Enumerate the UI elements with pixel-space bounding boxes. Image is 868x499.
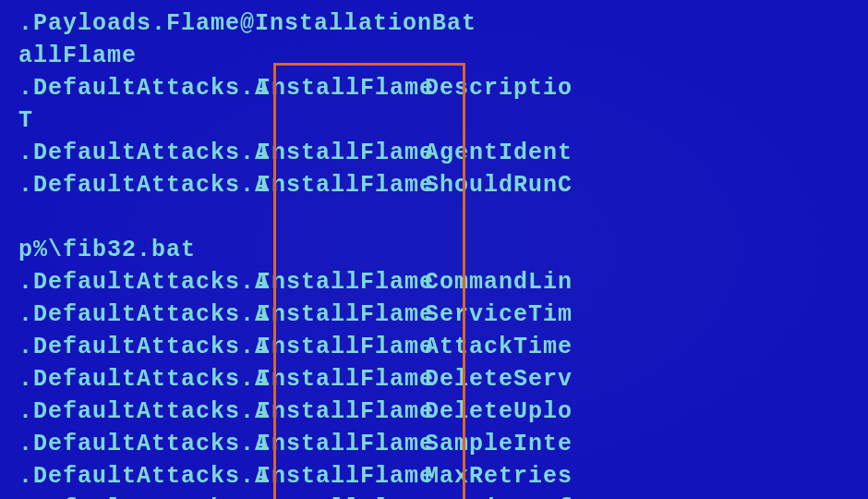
col-suffix: SampleInte [425, 428, 573, 460]
terminal-line: .DefaultAttacks.AInstallFlameServiceTim [18, 298, 850, 331]
terminal-line: .DefaultAttacks.AInstallFlameMaxRetries [18, 460, 850, 493]
col-suffix: MaxRetries [425, 460, 573, 493]
col-suffix: ShouldRunC [425, 169, 573, 201]
col-prefix: .DefaultAttacks.A [18, 428, 257, 460]
terminal-line: .DefaultAttacks.AInstallFlameDeleteUplo [18, 396, 850, 428]
col-prefix: T [18, 104, 257, 137]
terminal-line: p%\fib32.bat [18, 234, 850, 266]
col-install: InstallFlame [257, 493, 425, 499]
col-prefix: .DefaultAttacks.A [18, 137, 257, 169]
col-install: InstallFlame [257, 331, 425, 363]
col-prefix: .DefaultAttacks.A [18, 298, 257, 331]
col-suffix: DeleteServ [425, 363, 573, 396]
terminal-line: .DefaultAttacks.AInstallFlameAttackTime [18, 331, 850, 363]
terminal-line: .DefaultAttacks.AInstallFlameRetriesLef [18, 493, 850, 499]
terminal-output: .Payloads.Flame@InstallationBat allFlame… [0, 0, 868, 499]
col-install: InstallFlame [257, 266, 425, 298]
col-suffix: RetriesLef [425, 493, 573, 499]
col-suffix: ServiceTim [425, 298, 573, 331]
col-suffix: DeleteUplo [425, 396, 573, 428]
col-install: InstallFlame [257, 298, 425, 331]
col-prefix: .DefaultAttacks.A [18, 460, 257, 493]
col-install: InstallFlame [257, 396, 425, 428]
terminal-line: allFlame [18, 40, 850, 72]
terminal-line: .DefaultAttacks.AInstallFlameShouldRunC [18, 169, 850, 201]
col-install: InstallFlame [257, 460, 425, 493]
col-suffix: AttackTime [425, 331, 573, 363]
terminal-line: .DefaultAttacks.AInstallFlameDeleteServ [18, 363, 850, 396]
col-prefix: .DefaultAttacks.A [18, 72, 257, 104]
col-prefix: .DefaultAttacks.A [18, 266, 257, 298]
terminal-line: .DefaultAttacks.AInstallFlameSampleInte [18, 428, 850, 460]
col-prefix: .DefaultAttacks.A [18, 331, 257, 363]
col-prefix: .DefaultAttacks.A [18, 363, 257, 396]
terminal-line: .DefaultAttacks.AInstallFlameCommandLin [18, 266, 850, 298]
col-install: InstallFlame [257, 363, 425, 396]
terminal-line: .DefaultAttacks.AInstallFlameAgentIdent [18, 137, 850, 169]
col-install: InstallFlame [257, 428, 425, 460]
col-prefix: .DefaultAttacks.A [18, 493, 257, 499]
col-prefix: .DefaultAttacks.A [18, 169, 257, 201]
terminal-line: .Payloads.Flame@InstallationBat [18, 7, 850, 40]
terminal-line [18, 201, 850, 234]
col-suffix: AgentIdent [425, 137, 573, 169]
col-install: InstallFlame [257, 137, 425, 169]
col-suffix: CommandLin [425, 266, 573, 298]
col-prefix: .DefaultAttacks.A [18, 396, 257, 428]
col-install: InstallFlame [257, 169, 425, 201]
terminal-line: .DefaultAttacks.AInstallFlameDescriptio [18, 72, 850, 104]
col-install: InstallFlame [257, 72, 425, 104]
col-suffix: Descriptio [425, 72, 573, 104]
terminal-line: T [18, 104, 850, 137]
